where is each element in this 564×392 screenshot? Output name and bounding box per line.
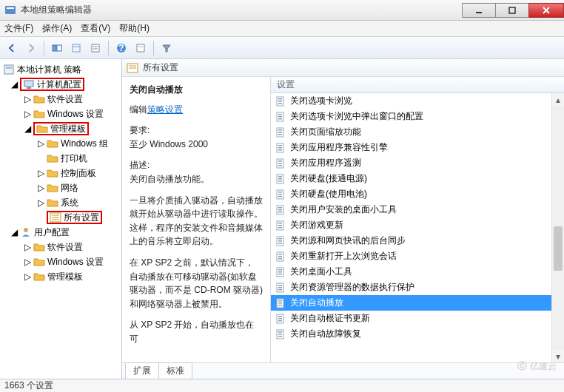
tree-windows-settings[interactable]: ▷ Windows 设置	[0, 107, 121, 121]
svg-rect-35	[278, 116, 282, 118]
svg-rect-10	[92, 44, 99, 52]
scroll-up-arrow[interactable]: ▴	[552, 93, 564, 106]
list-row[interactable]: 关闭自动播放	[271, 295, 564, 311]
expand-icon[interactable]: ▷	[37, 169, 45, 178]
list-column-header[interactable]: 设置	[271, 77, 564, 93]
svg-rect-86	[278, 316, 282, 317]
tree-label: 计算机配置	[37, 78, 81, 91]
vertical-scrollbar[interactable]: ▴ ▾	[551, 93, 564, 362]
tree-computer-config[interactable]: ◢ 计算机配置	[0, 77, 121, 92]
options-button[interactable]	[132, 40, 150, 56]
expand-icon[interactable]: ▷	[24, 273, 32, 281]
collapse-icon[interactable]: ◢	[10, 81, 19, 89]
list-row-label: 关闭自动播放	[290, 297, 343, 309]
expand-icon[interactable]: ▷	[24, 110, 32, 118]
tree-windows-settings-2[interactable]: ▷ Windows 设置	[0, 254, 121, 269]
forward-button[interactable]	[22, 40, 40, 56]
tree-pane: 本地计算机 策略 ◢ 计算机配置 ▷ 软件设置 ▷ Windows 设置 ◢ 管…	[0, 59, 122, 379]
tab-extended[interactable]: 扩展	[125, 362, 159, 379]
tree-admin-templates[interactable]: ◢ 管理模板	[0, 121, 121, 136]
tree-user-config[interactable]: ◢ 用户配置	[0, 225, 121, 240]
tree-network[interactable]: ▷ 网络	[0, 180, 121, 195]
list-row[interactable]: 关闭自动故障恢复	[271, 326, 564, 342]
list-row[interactable]: 关闭重新打开上次浏览会话	[271, 249, 564, 264]
list-row-label: 关闭自动故障恢复	[290, 328, 361, 340]
status-bar: 1663 个设置	[0, 379, 564, 392]
tree-label: Windows 设置	[47, 256, 104, 268]
policy-item-icon	[275, 314, 286, 324]
description-line: 关闭自动播放功能。	[130, 172, 263, 186]
svg-rect-84	[278, 305, 282, 306]
menu-view[interactable]: 查看(V)	[81, 22, 110, 35]
svg-rect-60	[278, 212, 282, 213]
blank-icon	[37, 155, 45, 163]
svg-rect-8	[73, 44, 80, 52]
expand-icon[interactable]: ▷	[37, 184, 45, 192]
svg-rect-50	[278, 176, 282, 178]
svg-rect-51	[278, 178, 282, 180]
minimize-button[interactable]	[462, 3, 496, 18]
expand-icon[interactable]: ▷	[24, 95, 32, 104]
tree-system[interactable]: ▷ 系统	[0, 195, 121, 210]
menu-help[interactable]: 帮助(H)	[119, 22, 150, 35]
list-row-label: 关闭资源管理器的数据执行保护	[290, 281, 414, 294]
collapse-icon[interactable]: ◢	[10, 229, 19, 237]
policy-item-icon	[275, 143, 286, 153]
filter-button[interactable]	[158, 40, 175, 56]
edit-policy-link[interactable]: 策略设置	[147, 104, 183, 115]
requirements-label: 要求:	[130, 124, 263, 138]
list-row[interactable]: 关闭页面缩放功能	[271, 124, 564, 140]
tree-control-panel[interactable]: ▷ 控制面板	[0, 166, 121, 180]
tab-standard[interactable]: 标准	[158, 362, 192, 379]
close-button[interactable]	[528, 3, 564, 18]
content-header: 所有设置	[122, 59, 564, 77]
tree-software-settings-2[interactable]: ▷ 软件设置	[0, 240, 121, 254]
scroll-thumb[interactable]	[554, 226, 563, 271]
show-hide-tree-button[interactable]	[48, 40, 66, 56]
properties-button[interactable]	[87, 40, 104, 56]
expand-icon[interactable]: ▷	[24, 258, 32, 266]
scroll-down-arrow[interactable]: ▾	[552, 350, 564, 362]
svg-rect-71	[278, 256, 282, 257]
menu-action[interactable]: 操作(A)	[42, 22, 72, 35]
tree-label: 网络	[61, 182, 78, 195]
svg-rect-1	[7, 7, 14, 9]
policy-item-icon	[275, 96, 286, 107]
svg-rect-82	[278, 300, 282, 302]
list-row[interactable]: 关闭选项卡浏览中弹出窗口的配置	[271, 109, 564, 124]
tree-windows-components[interactable]: ▷ Windows 组	[0, 136, 121, 151]
svg-rect-47	[278, 163, 282, 164]
expand-icon[interactable]: ▷	[24, 243, 32, 251]
help-button[interactable]: ?	[113, 40, 130, 56]
list-row[interactable]: 关闭资源管理器的数据执行保护	[271, 280, 564, 295]
list-row[interactable]: 关闭硬盘(使用电池)	[271, 186, 564, 202]
svg-rect-78	[278, 285, 282, 286]
menu-bar: 文件(F) 操作(A) 查看(V) 帮助(H)	[0, 21, 564, 37]
list-row[interactable]: 关闭应用程序兼容性引擎	[271, 140, 564, 155]
tree-software-settings[interactable]: ▷ 软件设置	[0, 92, 121, 107]
list-row[interactable]: 关闭游戏更新	[271, 217, 564, 233]
menu-file[interactable]: 文件(F)	[4, 22, 33, 35]
policy-item-icon	[275, 220, 286, 231]
svg-rect-63	[278, 225, 282, 226]
maximize-button[interactable]	[495, 3, 529, 18]
list-row[interactable]: 关闭选项卡浏览	[271, 93, 564, 109]
tree-admin-templates-2[interactable]: ▷ 管理模板	[0, 269, 121, 284]
list-row[interactable]: 关闭自动根证书更新	[271, 311, 564, 326]
list-row[interactable]: 关闭用户安装的桌面小工具	[271, 202, 564, 217]
collapse-icon[interactable]: ◢	[24, 125, 32, 133]
folder-icon	[33, 93, 45, 105]
tree-printers[interactable]: 打印机	[0, 151, 121, 166]
list-row[interactable]: 关闭桌面小工具	[271, 264, 564, 280]
expand-icon[interactable]: ▷	[37, 140, 45, 148]
settings-list[interactable]: 关闭选项卡浏览关闭选项卡浏览中弹出窗口的配置关闭页面缩放功能关闭应用程序兼容性引…	[271, 93, 564, 362]
expand-icon[interactable]: ▷	[37, 199, 45, 207]
tree-all-settings[interactable]: 所有设置	[0, 210, 121, 225]
svg-rect-6	[53, 45, 56, 51]
tree-root[interactable]: 本地计算机 策略	[0, 62, 121, 77]
list-row[interactable]: 关闭源和网页快讯的后台同步	[271, 233, 564, 249]
list-row[interactable]: 关闭应用程序遥测	[271, 155, 564, 171]
back-button[interactable]	[3, 40, 21, 56]
list-row[interactable]: 关闭硬盘(接通电源)	[271, 171, 564, 186]
export-list-button[interactable]	[67, 40, 85, 56]
